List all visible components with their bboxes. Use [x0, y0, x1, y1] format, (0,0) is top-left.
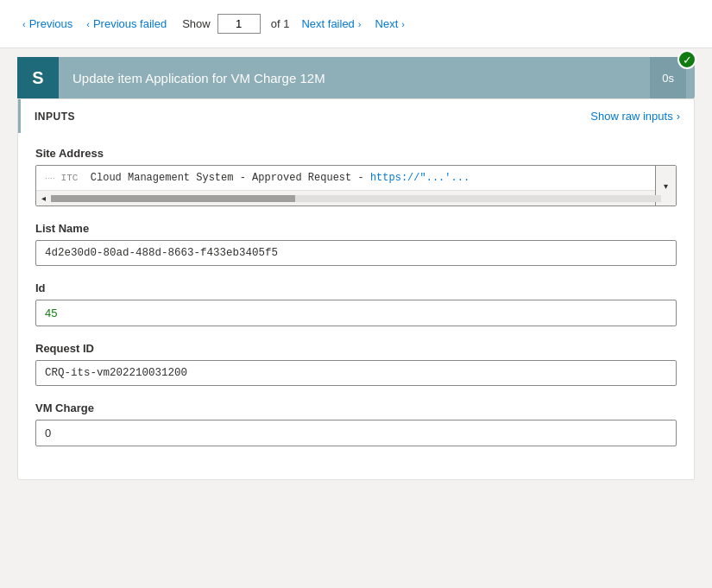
list-name-label: List Name	[35, 222, 677, 235]
scroll-thumb	[51, 195, 295, 202]
next-failed-label: Next failed	[301, 17, 354, 30]
show-raw-inputs-button[interactable]: Show raw inputs ›	[590, 110, 680, 123]
previous-label: Previous	[29, 17, 73, 30]
chevron-right-icon: ›	[401, 19, 405, 29]
vm-charge-field: VM Charge 0	[35, 401, 677, 446]
inputs-header: INPUTS Show raw inputs ›	[18, 99, 694, 133]
next-button[interactable]: Next ›	[370, 14, 410, 34]
site-address-value: ⸱⸱⸱⸱ ITC Cloud Management System - Appro…	[36, 166, 676, 190]
of-label: of 1	[271, 17, 290, 30]
previous-failed-button[interactable]: ‹ Previous failed	[81, 14, 172, 34]
request-id-label: Request ID	[35, 342, 677, 355]
action-icon-letter: S	[32, 68, 43, 88]
previous-button[interactable]: ‹ Previous	[17, 14, 78, 34]
inputs-body: Site Address ⸱⸱⸱⸱ ITC Cloud Management S…	[18, 133, 694, 479]
scroll-track	[51, 195, 661, 202]
show-label: Show	[182, 17, 211, 30]
show-raw-label: Show raw inputs	[590, 110, 672, 123]
id-value: 45	[35, 300, 677, 326]
vm-charge-value: 0	[35, 420, 677, 446]
show-input[interactable]	[217, 14, 261, 34]
chevron-left-icon: ‹	[22, 19, 26, 29]
id-label: Id	[35, 281, 677, 294]
chevron-left-failed-icon: ‹	[86, 19, 90, 29]
previous-failed-label: Previous failed	[93, 17, 167, 30]
main-content: S Update item Application for VM Charge …	[0, 48, 712, 497]
inputs-panel: INPUTS Show raw inputs › Site Address ⸱⸱…	[17, 98, 695, 480]
action-icon: S	[17, 57, 59, 98]
request-id-field: Request ID CRQ-its-vm202210031200	[35, 342, 677, 386]
site-address-field: Site Address ⸱⸱⸱⸱ ITC Cloud Management S…	[35, 147, 677, 206]
next-label: Next	[375, 17, 399, 30]
list-name-value: 4d2e30d0-80ad-488d-8663-f433eb3405f5	[35, 240, 677, 266]
check-icon: ✓	[683, 54, 692, 66]
site-address-label: Site Address	[35, 147, 677, 160]
top-navigation: ‹ Previous ‹ Previous failed Show of 1 N…	[0, 0, 712, 48]
request-id-value: CRQ-its-vm202210031200	[35, 360, 677, 386]
action-title: Update item Application for VM Charge 12…	[59, 71, 650, 85]
chevron-raw-icon: ›	[677, 110, 680, 123]
vm-charge-label: VM Charge	[35, 401, 677, 414]
site-address-scrollbar[interactable]: ◂ ▸	[36, 190, 676, 205]
success-badge: ✓	[677, 50, 696, 69]
next-failed-button[interactable]: Next failed ›	[296, 14, 366, 34]
action-header: S Update item Application for VM Charge …	[17, 57, 695, 98]
list-name-field: List Name 4d2e30d0-80ad-488d-8663-f433eb…	[35, 222, 677, 266]
chevron-right-failed-icon: ›	[358, 19, 362, 29]
site-address-wrapper[interactable]: ⸱⸱⸱⸱ ITC Cloud Management System - Appro…	[35, 165, 677, 206]
inputs-label: INPUTS	[35, 111, 75, 123]
id-field: Id 45	[35, 281, 677, 326]
id-value-text: 45	[45, 307, 57, 319]
scroll-left-icon[interactable]: ◂	[40, 193, 47, 203]
